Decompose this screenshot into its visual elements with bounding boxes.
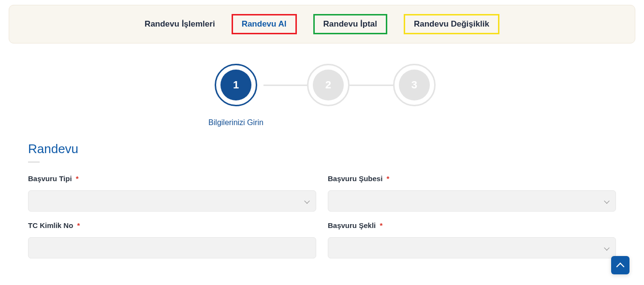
step-3-circle-outer: 3 — [393, 64, 436, 106]
label-basvuru-sekli: Başvuru Şekli * — [328, 221, 616, 229]
form-grid: Başvuru Tipi * Başvuru Şubesi * TC Kimli… — [28, 174, 616, 258]
chevron-down-icon — [305, 199, 310, 203]
label-basvuru-subesi-text: Başvuru Şubesi — [328, 174, 382, 183]
label-basvuru-tipi-text: Başvuru Tipi — [28, 174, 72, 183]
step-1-circle-outer: 1 — [215, 64, 257, 106]
menu-item-randevu-degisiklik[interactable]: Randevu Değişiklik — [414, 19, 489, 28]
label-basvuru-subesi: Başvuru Şubesi * — [328, 174, 616, 183]
label-tc-kimlik-no-text: TC Kimlik No — [28, 221, 73, 229]
section-title: Randevu — [28, 142, 635, 157]
step-1-label: Bilgilerinizi Girin — [208, 118, 263, 127]
menu-item-randevu-al[interactable]: Randevu Al — [242, 19, 287, 28]
label-basvuru-sekli-text: Başvuru Şekli — [328, 221, 376, 229]
step-3[interactable]: 3 — [393, 64, 436, 106]
label-tc-kimlik-no: TC Kimlik No * — [28, 221, 316, 229]
arrow-up-icon — [616, 262, 625, 271]
field-basvuru-subesi: Başvuru Şubesi * — [328, 174, 616, 212]
top-menu-bar: Randevu İşlemleri Randevu Al Randevu İpt… — [9, 5, 635, 43]
required-marker: * — [76, 174, 79, 183]
step-2-circle: 2 — [313, 70, 344, 100]
menu-item-randevu-islemleri[interactable]: Randevu İşlemleri — [145, 19, 215, 29]
section-divider — [28, 161, 40, 163]
label-basvuru-tipi: Başvuru Tipi * — [28, 174, 316, 183]
step-2-circle-outer: 2 — [307, 64, 350, 106]
field-basvuru-sekli: Başvuru Şekli * — [328, 221, 616, 258]
select-basvuru-tipi[interactable] — [28, 190, 316, 212]
chevron-down-icon — [605, 245, 610, 250]
step-line-1-2 — [263, 85, 307, 86]
select-basvuru-subesi[interactable] — [328, 190, 616, 212]
step-3-circle: 3 — [399, 70, 430, 100]
field-tc-kimlik-no: TC Kimlik No * — [28, 221, 316, 258]
required-marker: * — [387, 174, 390, 183]
stepper: 1 Bilgilerinizi Girin 2 3 — [9, 64, 635, 127]
required-marker: * — [380, 221, 382, 229]
required-marker: * — [77, 221, 80, 229]
highlight-box-red: Randevu Al — [232, 14, 297, 34]
step-2[interactable]: 2 — [307, 64, 350, 106]
field-basvuru-tipi: Başvuru Tipi * — [28, 174, 316, 212]
chevron-down-icon — [605, 199, 610, 203]
highlight-box-yellow: Randevu Değişiklik — [404, 14, 499, 34]
step-1-circle: 1 — [220, 70, 251, 100]
highlight-box-green: Randevu İptal — [313, 14, 387, 34]
step-line-2-3 — [350, 85, 393, 86]
scroll-to-top-button[interactable] — [611, 256, 629, 273]
input-tc-kimlik-no[interactable] — [28, 237, 316, 258]
select-basvuru-sekli[interactable] — [328, 237, 616, 258]
menu-item-randevu-iptal[interactable]: Randevu İptal — [323, 19, 377, 28]
step-1[interactable]: 1 Bilgilerinizi Girin — [208, 64, 263, 127]
